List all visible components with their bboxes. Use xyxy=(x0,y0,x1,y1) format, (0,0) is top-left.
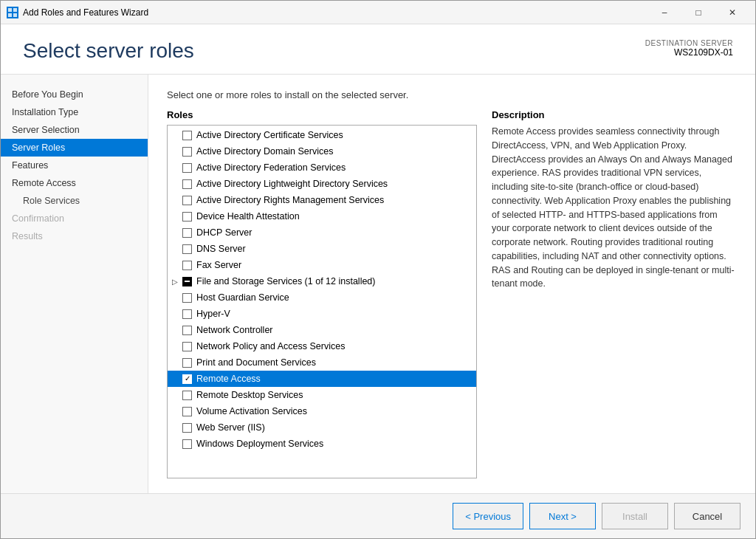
page-title: Select server roles xyxy=(23,39,194,63)
checkbox-remote-desktop[interactable] xyxy=(182,391,192,400)
sidebar-item-features[interactable]: Features xyxy=(1,157,148,174)
sidebar-item-installation-type[interactable]: Installation Type xyxy=(1,103,148,121)
role-label-ad-federation: Active Directory Federation Services xyxy=(196,162,346,173)
destination-server-name: WS2109DX-01 xyxy=(645,47,733,58)
role-label-network-controller: Network Controller xyxy=(196,325,273,335)
checkbox-host-guardian[interactable] xyxy=(182,293,192,303)
minimize-button[interactable]: – xyxy=(647,1,681,24)
role-label-ad-domain: Active Directory Domain Services xyxy=(196,146,333,157)
role-label-remote-access: Remote Access xyxy=(196,374,261,384)
role-label-ad-rights: Active Directory Rights Management Servi… xyxy=(196,195,384,205)
svg-rect-1 xyxy=(13,8,17,12)
role-item-dhcp[interactable]: DHCP Server xyxy=(168,224,476,241)
roles-list[interactable]: Active Directory Certificate ServicesAct… xyxy=(168,126,476,478)
role-label-device-health: Device Health Attestation xyxy=(196,211,300,222)
checkbox-ad-domain[interactable] xyxy=(182,147,192,157)
role-label-windows-deploy: Windows Deployment Services xyxy=(196,439,323,449)
description-label: Description xyxy=(492,109,737,120)
sidebar-item-server-selection[interactable]: Server Selection xyxy=(1,121,148,139)
checkbox-device-health[interactable] xyxy=(182,212,192,222)
cancel-button[interactable]: Cancel xyxy=(674,503,740,529)
roles-panel: Roles Active Directory Certificate Servi… xyxy=(167,109,477,478)
role-item-fax[interactable]: Fax Server xyxy=(168,257,476,273)
checkbox-dns[interactable] xyxy=(182,244,192,254)
checkbox-remote-access[interactable] xyxy=(182,374,192,384)
svg-rect-0 xyxy=(8,8,12,12)
destination-server-info: DESTINATION SERVER WS2109DX-01 xyxy=(645,39,733,58)
role-item-remote-desktop[interactable]: Remote Desktop Services xyxy=(168,387,476,403)
role-item-print-doc[interactable]: Print and Document Services xyxy=(168,354,476,371)
role-label-remote-desktop: Remote Desktop Services xyxy=(196,390,303,400)
window-title: Add Roles and Features Wizard xyxy=(23,7,647,18)
close-button[interactable]: ✕ xyxy=(715,1,749,24)
main-content: Select one or more roles to install on t… xyxy=(148,75,755,493)
roles-label: Roles xyxy=(167,109,477,120)
checkbox-print-doc[interactable] xyxy=(182,358,192,368)
role-label-print-doc: Print and Document Services xyxy=(196,357,316,368)
role-label-fax: Fax Server xyxy=(196,260,241,270)
checkbox-ad-federation[interactable] xyxy=(182,163,192,173)
sidebar-item-server-roles[interactable]: Server Roles xyxy=(1,139,148,157)
checkbox-network-controller[interactable] xyxy=(182,326,192,335)
roles-list-container: Active Directory Certificate ServicesAct… xyxy=(167,125,477,478)
previous-button[interactable]: < Previous xyxy=(453,503,523,529)
role-item-network-controller[interactable]: Network Controller xyxy=(168,322,476,338)
checkbox-hyper-v[interactable] xyxy=(182,309,192,319)
checkbox-network-policy[interactable] xyxy=(182,342,192,351)
role-item-network-policy[interactable]: Network Policy and Access Services xyxy=(168,338,476,354)
role-item-windows-deploy[interactable]: Windows Deployment Services xyxy=(168,436,476,452)
checkbox-ad-rights[interactable] xyxy=(182,196,192,205)
role-item-dns[interactable]: DNS Server xyxy=(168,241,476,257)
role-label-network-policy: Network Policy and Access Services xyxy=(196,341,345,351)
checkbox-fax[interactable] xyxy=(182,261,192,270)
window-controls: – □ ✕ xyxy=(647,1,749,24)
wizard-window: Add Roles and Features Wizard – □ ✕ Sele… xyxy=(0,0,756,539)
checkbox-ad-lightweight[interactable] xyxy=(182,179,192,189)
checkbox-dhcp[interactable] xyxy=(182,228,192,238)
sidebar-item-remote-access[interactable]: Remote Access xyxy=(1,174,148,192)
role-label-dns: DNS Server xyxy=(196,244,246,254)
svg-rect-3 xyxy=(13,13,17,17)
role-item-hyper-v[interactable]: Hyper-V xyxy=(168,306,476,322)
role-item-ad-rights[interactable]: Active Directory Rights Management Servi… xyxy=(168,192,476,208)
role-item-ad-federation[interactable]: Active Directory Federation Services xyxy=(168,159,476,176)
role-item-file-storage[interactable]: ▷File and Storage Services (1 of 12 inst… xyxy=(168,273,476,289)
columns-area: Roles Active Directory Certificate Servi… xyxy=(167,109,737,478)
checkbox-windows-deploy[interactable] xyxy=(182,439,192,449)
role-item-host-guardian[interactable]: Host Guardian Service xyxy=(168,289,476,306)
checkbox-ad-cert[interactable] xyxy=(182,131,192,140)
role-label-ad-cert: Active Directory Certificate Services xyxy=(196,130,343,140)
role-label-hyper-v: Hyper-V xyxy=(196,309,230,319)
checkbox-file-storage[interactable] xyxy=(182,277,192,286)
role-label-web-server: Web Server (IIS) xyxy=(196,422,265,433)
role-item-web-server[interactable]: Web Server (IIS) xyxy=(168,419,476,436)
role-item-volume-activation[interactable]: Volume Activation Services xyxy=(168,403,476,419)
sidebar: Before You BeginInstallation TypeServer … xyxy=(1,75,148,493)
sidebar-item-role-services[interactable]: Role Services xyxy=(1,192,148,210)
sidebar-item-before-you-begin[interactable]: Before You Begin xyxy=(1,86,148,103)
role-item-ad-cert[interactable]: Active Directory Certificate Services xyxy=(168,127,476,143)
app-icon xyxy=(7,7,18,18)
role-label-ad-lightweight: Active Directory Lightweight Directory S… xyxy=(196,179,388,189)
role-label-host-guardian: Host Guardian Service xyxy=(196,292,289,303)
wizard-content: Select server roles DESTINATION SERVER W… xyxy=(1,24,755,538)
main-area: Before You BeginInstallation TypeServer … xyxy=(1,75,755,493)
role-label-volume-activation: Volume Activation Services xyxy=(196,406,307,416)
wizard-footer: < Previous Next > Install Cancel xyxy=(1,493,755,538)
destination-label: DESTINATION SERVER xyxy=(645,39,733,47)
instruction-text: Select one or more roles to install on t… xyxy=(167,89,737,100)
expand-arrow-file-storage: ▷ xyxy=(172,278,182,286)
checkbox-web-server[interactable] xyxy=(182,423,192,433)
role-item-ad-domain[interactable]: Active Directory Domain Services xyxy=(168,143,476,159)
wizard-header: Select server roles DESTINATION SERVER W… xyxy=(1,24,755,75)
sidebar-item-confirmation: Confirmation xyxy=(1,210,148,227)
checkbox-volume-activation[interactable] xyxy=(182,407,192,416)
install-button[interactable]: Install xyxy=(602,503,668,529)
sidebar-item-results: Results xyxy=(1,227,148,245)
role-item-device-health[interactable]: Device Health Attestation xyxy=(168,208,476,224)
role-item-ad-lightweight[interactable]: Active Directory Lightweight Directory S… xyxy=(168,176,476,192)
next-button[interactable]: Next > xyxy=(529,503,596,529)
description-text: Remote Access provides seamless connecti… xyxy=(492,125,737,291)
maximize-button[interactable]: □ xyxy=(681,1,715,24)
role-item-remote-access[interactable]: Remote Access xyxy=(168,371,476,387)
